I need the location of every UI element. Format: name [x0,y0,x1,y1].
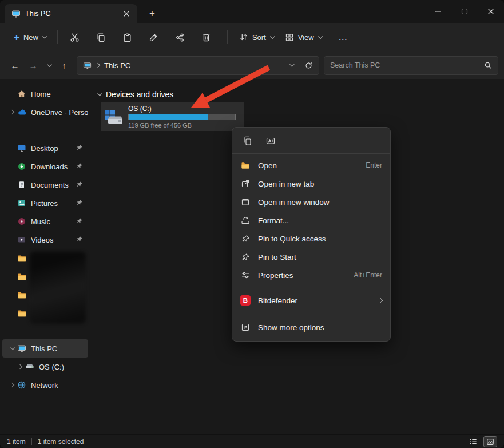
new-button[interactable]: + New [8,27,51,47]
sidebar-item-network[interactable]: Network [2,376,88,394]
close-button[interactable] [478,0,504,23]
status-bar: 1 item 1 item selected [0,434,504,448]
folder-icon [17,308,31,318]
sort-button[interactable]: Sort [233,27,279,47]
this-pc-icon [17,344,31,353]
paste-button[interactable] [116,27,139,47]
sort-button-label: Sort [252,33,266,42]
folder-icon [17,272,31,282]
forward-button[interactable]: → [24,56,42,74]
address-bar[interactable]: This PC [77,56,319,75]
devices-and-drives-header[interactable]: Devices and drives [90,79,504,99]
bitdefender-icon: B [240,295,251,306]
rename-button[interactable] [142,27,165,47]
folder-icon [17,253,31,263]
menu-item-show-more-options[interactable]: Show more options [235,316,387,338]
copy-button[interactable] [90,27,113,47]
share-icon [175,33,185,42]
recent-locations-button[interactable] [42,56,55,74]
documents-icon [17,180,31,189]
address-dropdown-icon[interactable] [289,62,294,66]
tab-this-pc[interactable]: This PC [5,4,137,23]
menu-item-open[interactable]: Open Enter [235,156,387,175]
item-count: 1 item [7,438,26,446]
search-box[interactable] [324,56,498,75]
chevron-right-icon[interactable] [18,364,22,369]
command-bar: + New [0,23,504,51]
chevron-right-icon[interactable] [10,383,14,387]
sidebar-item-home[interactable]: Home [2,85,88,103]
sidebar-item-pictures[interactable]: Pictures [2,194,88,212]
chevron-down-icon[interactable] [10,345,15,350]
back-button[interactable]: ← [6,56,24,74]
sidebar-item-documents[interactable]: Documents [2,176,88,194]
see-more-button[interactable]: … [332,27,355,47]
context-menu-items: Open Enter Open in new tab Open in new w… [232,154,390,338]
chevron-down-icon [270,34,275,38]
window-controls [425,0,504,23]
menu-item-format[interactable]: Format... [235,211,387,229]
toolbar-divider [57,30,58,44]
menu-item-pin-to-quick-access[interactable]: Pin to Quick access [235,229,387,248]
open-folder-icon [240,161,251,170]
menu-item-open-in-new-window[interactable]: Open in new window [235,193,387,211]
maximize-button[interactable] [451,0,478,23]
desktop-icon [17,144,31,153]
collapse-chevron-icon[interactable] [97,91,102,96]
show-more-icon [240,323,251,332]
pictures-icon [17,199,31,208]
pin-icon [76,236,83,243]
rename-button[interactable] [261,131,280,150]
pin-icon [76,162,83,169]
plus-icon: + [14,33,19,42]
drive-os-c-tile[interactable]: OS (C:) 119 GB free of 456 GB [101,102,244,131]
minimize-button[interactable] [425,0,451,23]
context-menu: Open Enter Open in new tab Open in new w… [232,127,391,342]
scissors-icon [70,33,80,42]
up-button[interactable]: ↑ [55,56,73,74]
view-icon [285,33,294,42]
copy-button[interactable] [238,131,257,150]
tab-close-icon[interactable] [120,7,133,20]
drive-icon [25,362,39,371]
pin-icon [240,235,251,243]
view-button[interactable]: View [279,27,327,47]
menu-item-pin-to-start[interactable]: Pin to Start [235,248,387,266]
refresh-icon[interactable] [304,61,313,70]
chevron-down-icon [318,34,323,38]
sidebar-item-downloads[interactable]: Downloads [2,157,88,176]
format-icon [240,216,251,225]
sidebar-item-music[interactable]: Music [2,212,88,231]
drive-name: OS (C:) [128,105,240,113]
menu-item-open-in-new-tab[interactable]: Open in new tab [235,175,387,193]
sidebar-item-desktop[interactable]: Desktop [2,139,88,157]
pin-to-start-icon [240,253,251,261]
onedrive-icon [17,108,31,117]
new-tab-icon [240,179,251,188]
sidebar-item-onedrive[interactable]: OneDrive - Persona [2,103,88,121]
thumbnail-view-button[interactable] [483,436,497,447]
tab-title: This PC [25,10,116,18]
sidebar-item-this-pc[interactable]: This PC [2,339,88,358]
navigation-pane: Home OneDrive - Persona Desktop [0,79,90,434]
sidebar-item-videos[interactable]: Videos [2,231,88,249]
cut-button[interactable] [64,27,86,47]
file-explorer-window: This PC + + New [0,0,504,448]
share-button[interactable] [169,27,192,47]
delete-button[interactable] [195,27,218,47]
more-icon: … [338,32,348,42]
menu-separator [236,287,386,287]
menu-item-properties[interactable]: Properties Alt+Enter [235,266,387,284]
copy-icon [96,33,106,42]
chevron-down-icon [47,62,51,66]
titlebar: This PC + [0,0,504,23]
section-title: Devices and drives [106,90,173,99]
home-icon [17,89,31,98]
new-tab-button[interactable]: + [144,6,160,22]
chevron-right-icon[interactable] [10,110,14,114]
navigation-bar: ← → ↑ This PC [0,51,504,79]
menu-item-bitdefender[interactable]: B Bitdefender [235,290,387,311]
sidebar-item-os-c[interactable]: OS (C:) [2,358,88,376]
search-input[interactable] [330,61,484,69]
details-view-button[interactable] [466,436,480,447]
